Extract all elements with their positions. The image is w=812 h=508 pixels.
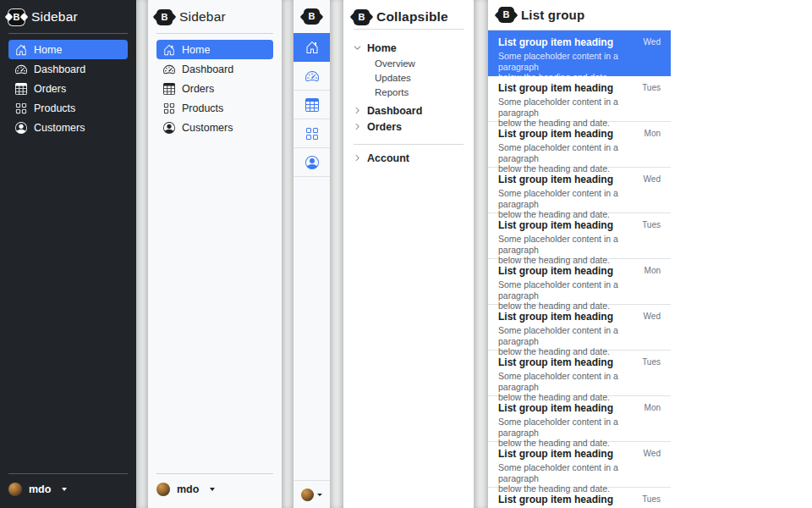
list-group-item[interactable]: List group item heading Tues Some placeh…: [488, 76, 671, 122]
nav-item: Dashboard: [8, 59, 128, 79]
user-name: mdo: [29, 483, 51, 495]
brand-title: List group: [521, 8, 584, 22]
icon-nav-link[interactable]: [294, 148, 330, 177]
collapse-toggle-label: Account: [367, 152, 409, 164]
brand-link-listgroup[interactable]: B List group: [488, 0, 671, 30]
collapse-toggle-orders[interactable]: Orders: [354, 119, 464, 135]
collapse-toggle-dashboard[interactable]: Dashboard: [354, 102, 464, 119]
nav-item: Orders: [8, 79, 128, 98]
nav-link[interactable]: Customers: [156, 118, 273, 137]
sub-link[interactable]: Updates: [375, 70, 464, 85]
nav-link[interactable]: Products: [156, 98, 273, 118]
list-group-item[interactable]: List group item heading Mon Some placeho…: [488, 122, 671, 168]
nav-item: Customers: [156, 118, 273, 137]
list-group-item[interactable]: List group item heading Tues Some placeh…: [488, 213, 671, 259]
nav-link-label: Customers: [182, 122, 233, 134]
chevron-down-icon: [354, 44, 361, 52]
brand-title: Collapsible: [376, 9, 448, 25]
list-item-top-row: List group item heading Wed: [498, 449, 661, 460]
icon-nav-link[interactable]: [294, 91, 330, 119]
list-group-item[interactable]: List group item heading Wed Some placeho…: [488, 168, 671, 213]
nav-link-label: Dashboard: [34, 64, 85, 75]
sidebar-dark-nav: Home Dashboard Orders Prod: [8, 40, 128, 137]
avatar: [301, 489, 314, 501]
nav-link-label: Products: [182, 102, 223, 114]
nav-link-label: Products: [34, 102, 75, 114]
nav-item: Customers: [8, 118, 128, 137]
nav-link[interactable]: Home: [8, 40, 128, 59]
nav-link[interactable]: Dashboard: [8, 59, 128, 79]
sidebar-light-nav: Home Dashboard Orders Prod: [156, 40, 273, 137]
user-dropdown[interactable]: mdo: [156, 474, 273, 500]
sidebar-listgroup: B List group List group item heading Wed…: [488, 0, 671, 508]
list-group-item[interactable]: List group item heading Wed Some placeho…: [488, 30, 671, 76]
list-group-item[interactable]: List group item heading Mon Some placeho…: [488, 259, 671, 305]
brand-link-dark[interactable]: B Sidebar: [8, 8, 128, 25]
nav-link-label: Orders: [34, 83, 66, 95]
nav-link[interactable]: Orders: [8, 79, 128, 98]
bootstrap-logo-icon: B: [304, 8, 320, 25]
caret-down-icon: [62, 488, 67, 491]
brand-link-collapsible[interactable]: B Collapsible: [354, 8, 464, 25]
sub-link[interactable]: Overview: [375, 56, 464, 70]
list-group-item[interactable]: List group item heading Wed Some placeho…: [488, 305, 671, 351]
nav-link[interactable]: Products: [8, 98, 128, 118]
grid-icon: [163, 102, 175, 114]
nav-item: Products: [8, 98, 128, 118]
sub-item: Reports: [375, 85, 464, 99]
brand-link-light[interactable]: B Sidebar: [156, 8, 273, 25]
list-item-day: Tues: [642, 83, 661, 93]
house-icon: [163, 44, 175, 56]
chevron-right-icon: [354, 154, 361, 162]
chevron-right-icon: [354, 107, 361, 114]
list-item-heading: List group item heading: [498, 174, 613, 185]
grid-icon: [305, 127, 319, 141]
user-dropdown[interactable]: mdo: [8, 474, 128, 500]
nav-item: Products: [156, 98, 273, 118]
nav-link[interactable]: Orders: [156, 79, 273, 98]
list-item-top-row: List group item heading Tues: [498, 494, 661, 505]
icon-nav-link[interactable]: [294, 119, 330, 148]
nav-item: Home: [156, 40, 273, 59]
nav-link[interactable]: Customers: [8, 118, 128, 137]
list-item-heading: List group item heading: [498, 312, 613, 323]
sub-item: Updates: [375, 70, 464, 85]
nav-link[interactable]: Dashboard: [156, 59, 273, 79]
caret-down-icon: [210, 488, 215, 491]
list-item-heading: List group item heading: [498, 357, 613, 368]
list-group-item[interactable]: List group item heading Wed Some placeho…: [488, 442, 671, 488]
list-item-top-row: List group item heading Wed: [498, 37, 661, 48]
list-item-day: Tues: [642, 220, 661, 230]
brand-link-icons[interactable]: B: [294, 0, 330, 33]
nav-link[interactable]: Home: [156, 40, 273, 59]
list-group-item[interactable]: List group item heading Mon Some placeho…: [488, 396, 671, 442]
nav-link-label: Orders: [182, 83, 214, 95]
nav-link-label: Home: [182, 44, 210, 56]
list-item-top-row: List group item heading Wed: [498, 312, 661, 323]
example-divider: [474, 0, 488, 508]
example-divider: [330, 0, 343, 508]
list-group-item[interactable]: List group item heading Tues Some placeh…: [488, 351, 671, 396]
sub-link[interactable]: Reports: [375, 85, 464, 99]
collapse-toggle-label: Dashboard: [367, 105, 422, 117]
icon-nav-link[interactable]: [294, 33, 330, 62]
list-item-top-row: List group item heading Mon: [498, 129, 661, 140]
collapse-toggle-home[interactable]: Home: [354, 40, 464, 56]
person-circle-icon: [15, 122, 27, 134]
collapse-sublist-home: Overview Updates Reports: [354, 56, 464, 99]
list-item-top-row: List group item heading Tues: [498, 83, 661, 94]
collapse-toggle-account[interactable]: Account: [354, 150, 464, 166]
list-item-day: Tues: [642, 494, 661, 505]
icon-nav-link[interactable]: [294, 62, 330, 91]
caret-down-icon: [317, 494, 322, 496]
house-icon: [15, 44, 27, 56]
speedometer-icon: [15, 64, 27, 75]
list-item-day: Mon: [645, 129, 661, 139]
list-item-heading: List group item heading: [498, 449, 613, 460]
user-dropdown[interactable]: [294, 480, 330, 508]
list-group: List group item heading Wed Some placeho…: [488, 30, 671, 508]
user-name: mdo: [177, 483, 199, 495]
list-item-top-row: List group item heading Tues: [498, 220, 661, 231]
sidebar-icons: B: [294, 0, 330, 508]
speedometer-icon: [163, 64, 175, 75]
